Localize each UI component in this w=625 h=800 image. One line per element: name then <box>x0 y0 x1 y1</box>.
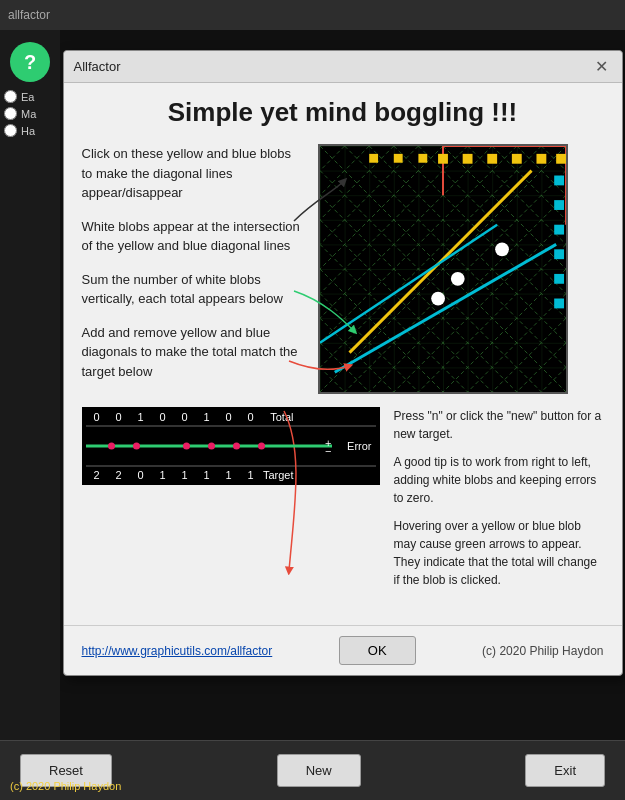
error-dot-5 <box>233 443 240 450</box>
tip-3: Hovering over a yellow or blue blob may … <box>394 517 604 589</box>
footer-copyright: (c) 2020 Philip Haydon <box>482 644 603 658</box>
tips-section: Press "n" or click the "new" button for … <box>394 407 604 599</box>
modal-title-label: Allfactor <box>74 59 121 74</box>
footer-link[interactable]: http://www.graphicutils.com/allfactor <box>82 644 273 658</box>
error-dot-6 <box>258 443 265 450</box>
instruction-4: Add and remove yellow and blue diagonals… <box>82 323 302 382</box>
game-viz-container <box>318 144 604 395</box>
main-area: ? Ea Ma Ha Allfactor v 1.0 <box>0 30 625 740</box>
modal-heading: Simple yet mind boggling !!! <box>82 97 604 128</box>
svg-rect-60 <box>393 154 402 163</box>
instruction-3: Sum the number of white blobs vertically… <box>82 270 302 309</box>
error-dot-4 <box>208 443 215 450</box>
game-svg <box>320 146 566 392</box>
error-label: Error <box>336 440 376 452</box>
targets-row: 2 2 0 1 1 1 1 1 Target <box>86 469 376 481</box>
svg-rect-57 <box>554 225 564 235</box>
svg-rect-52 <box>511 154 521 164</box>
top-bar: allfactor <box>0 0 625 30</box>
totals-row: 0 0 1 0 0 1 0 0 Total <box>86 411 376 423</box>
error-row: + − Error <box>86 429 376 463</box>
modal-overlay: Allfactor ✕ Simple yet mind boggling !!! <box>60 30 625 740</box>
bottom-copyright: (c) 2020 Philip Haydon <box>10 780 121 792</box>
svg-rect-61 <box>418 154 427 163</box>
tip-1: Press "n" or click the "new" button for … <box>394 407 604 443</box>
data-section: 0 0 1 0 0 1 0 0 Total <box>82 407 604 599</box>
app-title: allfactor <box>8 8 50 22</box>
svg-point-46 <box>450 272 464 286</box>
sidebar: ? Ea Ma Ha <box>0 30 60 740</box>
sidebar-radio-ea[interactable]: Ea <box>4 90 56 103</box>
svg-rect-55 <box>554 176 564 186</box>
svg-rect-54 <box>556 154 566 164</box>
svg-point-47 <box>495 242 509 256</box>
modal-footer: http://www.graphicutils.com/allfactor OK… <box>64 625 622 675</box>
svg-rect-63 <box>554 299 564 309</box>
error-dot-2 <box>133 443 140 450</box>
sidebar-radio-ha[interactable]: Ha <box>4 124 56 137</box>
svg-rect-58 <box>554 249 564 259</box>
sidebar-radio-ma[interactable]: Ma <box>4 107 56 120</box>
help-button[interactable]: ? <box>10 42 50 82</box>
modal-body: Simple yet mind boggling !!! Click on th… <box>64 83 622 625</box>
modal-dialog: Allfactor ✕ Simple yet mind boggling !!! <box>63 50 623 676</box>
game-visualization[interactable] <box>318 144 568 394</box>
svg-rect-59 <box>369 154 378 163</box>
app-background: allfactor ? Ea Ma Ha <box>0 0 625 800</box>
error-minus-label: − <box>325 445 331 457</box>
error-dot-3 <box>183 443 190 450</box>
svg-rect-56 <box>554 200 564 210</box>
modal-titlebar: Allfactor ✕ <box>64 51 622 83</box>
ok-button[interactable]: OK <box>339 636 416 665</box>
separator-2 <box>86 465 376 467</box>
separator-1 <box>86 425 376 427</box>
modal-close-button[interactable]: ✕ <box>591 57 612 76</box>
error-dot-1 <box>108 443 115 450</box>
data-table: 0 0 1 0 0 1 0 0 Total <box>82 407 380 485</box>
content-area: Allfactor v 1.0 tal ror rget Allfactor ✕ <box>60 30 625 740</box>
instruction-2: White blobs appear at the intersection o… <box>82 217 302 256</box>
tip-2: A good tip is to work from right to left… <box>394 453 604 507</box>
svg-rect-62 <box>554 274 564 284</box>
exit-button[interactable]: Exit <box>525 754 605 787</box>
instructions-column: Click on these yellow and blue blobs to … <box>82 144 302 395</box>
modal-columns: Click on these yellow and blue blobs to … <box>82 144 604 395</box>
new-button[interactable]: New <box>277 754 361 787</box>
svg-rect-49 <box>438 154 448 164</box>
data-table-container: 0 0 1 0 0 1 0 0 Total <box>82 407 380 599</box>
instruction-1: Click on these yellow and blue blobs to … <box>82 144 302 203</box>
svg-rect-51 <box>487 154 497 164</box>
svg-rect-50 <box>462 154 472 164</box>
svg-rect-53 <box>536 154 546 164</box>
svg-point-48 <box>431 292 445 306</box>
